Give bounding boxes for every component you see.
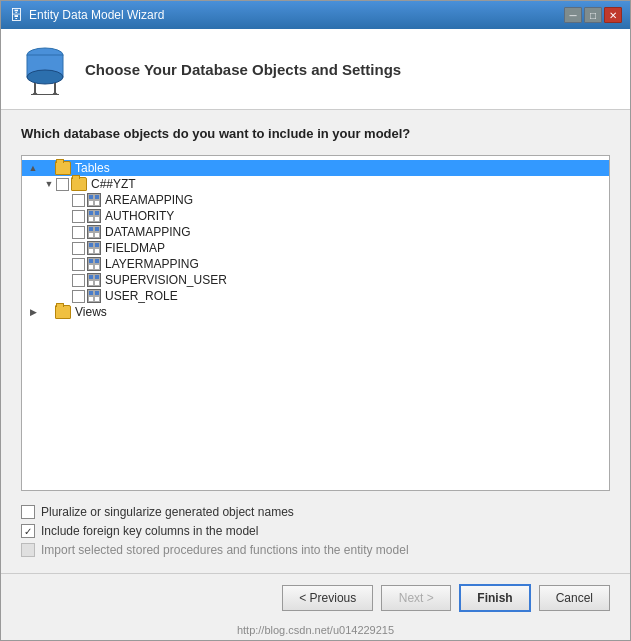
- tree-toggle-supervision_user[interactable]: [58, 273, 72, 287]
- tree-toggle-tables[interactable]: ▲: [26, 161, 40, 175]
- option-checkbox-pluralize[interactable]: [21, 505, 35, 519]
- folder-icon-tables: [55, 161, 71, 175]
- finish-button[interactable]: Finish: [459, 584, 530, 612]
- tree-checkbox-supervision_user[interactable]: [72, 274, 85, 287]
- tree-item-authority[interactable]: AUTHORITY: [22, 208, 609, 224]
- footer: < PreviousNext >FinishCancel: [1, 573, 630, 622]
- option-row-pluralize: Pluralize or singularize generated objec…: [21, 505, 610, 519]
- header-title: Choose Your Database Objects and Setting…: [85, 61, 401, 78]
- table-icon-areamapping: [87, 193, 101, 207]
- tree-checkbox-areamapping[interactable]: [72, 194, 85, 207]
- table-icon-datamapping: [87, 225, 101, 239]
- tree-toggle-areamapping[interactable]: [58, 193, 72, 207]
- title-bar-left: 🗄 Entity Data Model Wizard: [9, 7, 164, 23]
- title-bar: 🗄 Entity Data Model Wizard ─ □ ✕: [1, 1, 630, 29]
- db-icon-area: [21, 43, 69, 95]
- option-label-foreign_key: Include foreign key columns in the model: [41, 524, 258, 538]
- wizard-window: 🗄 Entity Data Model Wizard ─ □ ✕: [0, 0, 631, 641]
- tree-checkbox-fieldmap[interactable]: [72, 242, 85, 255]
- next-button: Next >: [381, 585, 451, 611]
- tree-checkbox-user_role[interactable]: [72, 290, 85, 303]
- tree-item-supervision_user[interactable]: SUPERVISION_USER: [22, 272, 609, 288]
- tree-label-areamapping: AREAMAPPING: [105, 193, 193, 207]
- database-icon: [21, 43, 69, 95]
- tree-label-datamapping: DATAMAPPING: [105, 225, 191, 239]
- tree-item-user_role[interactable]: USER_ROLE: [22, 288, 609, 304]
- tree-label-layermapping: LAYERMAPPING: [105, 257, 199, 271]
- tree-label-user_role: USER_ROLE: [105, 289, 178, 303]
- option-label-pluralize: Pluralize or singularize generated objec…: [41, 505, 294, 519]
- option-checkbox-foreign_key[interactable]: [21, 524, 35, 538]
- tree-item-tables[interactable]: ▲Tables: [22, 160, 609, 176]
- tree-label-fieldmap: FIELDMAP: [105, 241, 165, 255]
- option-row-stored_procs: Import selected stored procedures and fu…: [21, 543, 610, 557]
- question-label: Which database objects do you want to in…: [21, 126, 610, 141]
- tree-label-cyyzt: C##YZT: [91, 177, 136, 191]
- tree-toggle-cyyzt[interactable]: ▼: [42, 177, 56, 191]
- tree-item-cyyzt[interactable]: ▼C##YZT: [22, 176, 609, 192]
- svg-point-2: [27, 70, 63, 84]
- option-row-foreign_key: Include foreign key columns in the model: [21, 524, 610, 538]
- tree-checkbox-cyyzt[interactable]: [56, 178, 69, 191]
- folder-icon-cyyzt: [71, 177, 87, 191]
- title-bar-controls: ─ □ ✕: [564, 7, 622, 23]
- close-button[interactable]: ✕: [604, 7, 622, 23]
- tree-toggle-layermapping[interactable]: [58, 257, 72, 271]
- header-section: Choose Your Database Objects and Setting…: [1, 29, 630, 110]
- window-icon: 🗄: [9, 7, 23, 23]
- tree-item-areamapping[interactable]: AREAMAPPING: [22, 192, 609, 208]
- tree-toggle-datamapping[interactable]: [58, 225, 72, 239]
- cancel-button[interactable]: Cancel: [539, 585, 610, 611]
- tree-label-tables: Tables: [75, 161, 110, 175]
- minimize-button[interactable]: ─: [564, 7, 582, 23]
- watermark: http://blog.csdn.net/u014229215: [1, 622, 630, 640]
- maximize-button[interactable]: □: [584, 7, 602, 23]
- svg-point-7: [53, 93, 58, 96]
- previous-button[interactable]: < Previous: [282, 585, 373, 611]
- tree-toggle-views[interactable]: ▶: [26, 305, 40, 319]
- tree-toggle-user_role[interactable]: [58, 289, 72, 303]
- svg-point-6: [33, 93, 38, 96]
- tree-label-views: Views: [75, 305, 107, 319]
- option-label-stored_procs: Import selected stored procedures and fu…: [41, 543, 409, 557]
- tree-toggle-authority[interactable]: [58, 209, 72, 223]
- option-checkbox-stored_procs: [21, 543, 35, 557]
- tree-checkbox-authority[interactable]: [72, 210, 85, 223]
- tree-checkbox-layermapping[interactable]: [72, 258, 85, 271]
- table-icon-supervision_user: [87, 273, 101, 287]
- window-title: Entity Data Model Wizard: [29, 8, 164, 22]
- tree-label-supervision_user: SUPERVISION_USER: [105, 273, 227, 287]
- table-icon-layermapping: [87, 257, 101, 271]
- table-icon-user_role: [87, 289, 101, 303]
- tree-item-views[interactable]: ▶Views: [22, 304, 609, 320]
- table-icon-authority: [87, 209, 101, 223]
- table-icon-fieldmap: [87, 241, 101, 255]
- tree-item-datamapping[interactable]: DATAMAPPING: [22, 224, 609, 240]
- tree-checkbox-datamapping[interactable]: [72, 226, 85, 239]
- tree-toggle-fieldmap[interactable]: [58, 241, 72, 255]
- content-area: Which database objects do you want to in…: [1, 110, 630, 573]
- tree-item-layermapping[interactable]: LAYERMAPPING: [22, 256, 609, 272]
- options-section: Pluralize or singularize generated objec…: [21, 505, 610, 557]
- tree-item-fieldmap[interactable]: FIELDMAP: [22, 240, 609, 256]
- tree-box[interactable]: ▲Tables▼C##YZTAREAMAPPINGAUTHORITYDATAMA…: [21, 155, 610, 491]
- tree-label-authority: AUTHORITY: [105, 209, 174, 223]
- folder-icon-views: [55, 305, 71, 319]
